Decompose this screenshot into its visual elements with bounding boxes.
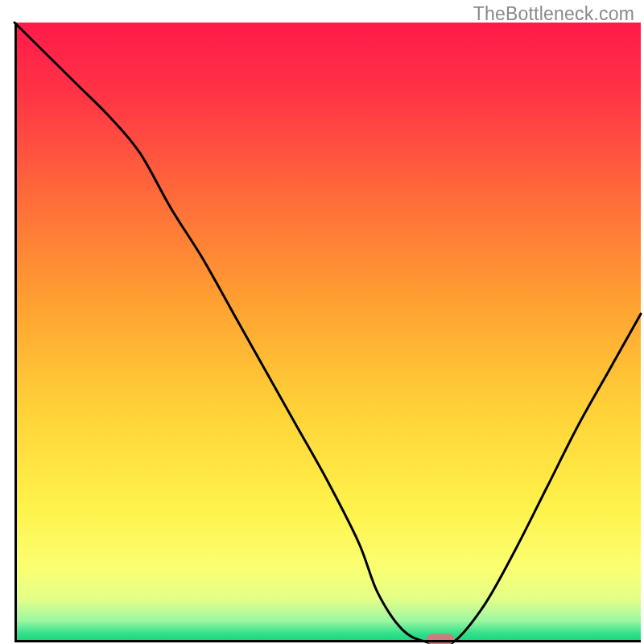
x-axis [14, 640, 641, 642]
chart-curve [14, 23, 641, 642]
attribution-label: TheBottleneck.com [473, 3, 634, 25]
y-axis [14, 23, 17, 642]
bottleneck-chart: TheBottleneck.com [0, 0, 644, 644]
bottleneck-curve-path [14, 23, 641, 644]
optimal-point-marker [427, 634, 454, 644]
plot-area [14, 23, 641, 642]
